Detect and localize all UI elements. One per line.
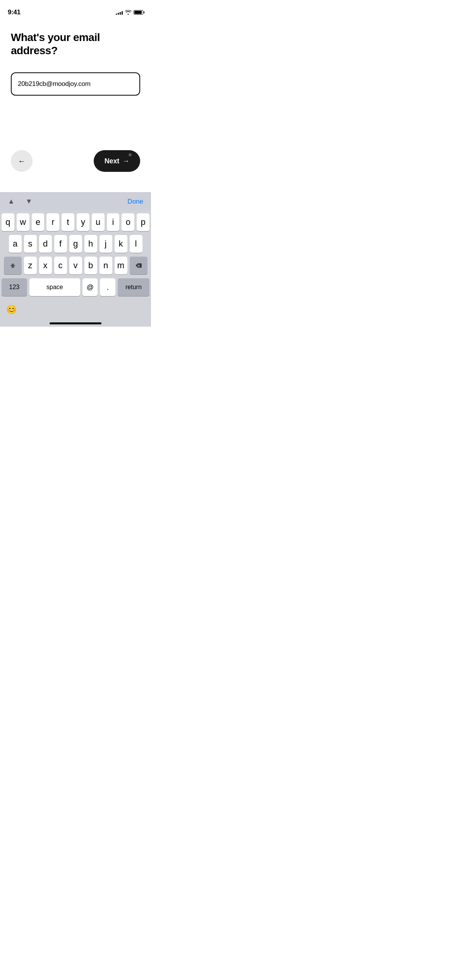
wifi-icon [125, 10, 131, 15]
key-l[interactable]: l [130, 235, 142, 253]
main-content: What's your email address? [0, 19, 151, 103]
key-row-1: q w e r t y u i o p [2, 213, 149, 231]
key-v[interactable]: v [69, 257, 82, 274]
key-z[interactable]: z [24, 257, 37, 274]
key-e[interactable]: e [32, 213, 45, 231]
back-arrow-icon: ← [18, 157, 26, 166]
next-button[interactable]: Next → [94, 150, 140, 172]
toolbar-nav: ▲ ▼ [6, 196, 34, 207]
chevron-down-icon: ▼ [26, 197, 33, 205]
return-key[interactable]: return [118, 278, 149, 296]
keyboard-done-button[interactable]: Done [126, 196, 145, 207]
keyboard-toolbar: ▲ ▼ Done [0, 192, 151, 210]
key-c[interactable]: c [54, 257, 67, 274]
back-button[interactable]: ← [11, 150, 33, 172]
next-arrow-icon: → [122, 157, 129, 165]
key-row-4: 123 space @ . return [2, 278, 149, 296]
key-i[interactable]: i [107, 213, 120, 231]
key-q[interactable]: q [2, 213, 14, 231]
next-button-label: Next [105, 157, 119, 165]
battery-icon [134, 10, 143, 15]
key-h[interactable]: h [84, 235, 97, 253]
email-input[interactable] [11, 72, 140, 96]
keyboard-prev-button[interactable]: ▲ [6, 196, 16, 207]
key-f[interactable]: f [54, 235, 67, 253]
shift-icon [9, 262, 16, 269]
key-s[interactable]: s [24, 235, 37, 253]
key-k[interactable]: k [115, 235, 127, 253]
key-j[interactable]: j [100, 235, 112, 253]
key-row-2: a s d f g h j k l [2, 235, 149, 253]
home-indicator [0, 322, 151, 327]
status-time: 9:41 [8, 9, 21, 16]
key-p[interactable]: p [137, 213, 149, 231]
key-t[interactable]: t [62, 213, 74, 231]
nav-buttons: ← Next → [0, 150, 151, 172]
home-bar [50, 322, 101, 324]
key-a[interactable]: a [9, 235, 22, 253]
delete-key[interactable] [130, 257, 148, 274]
key-x[interactable]: x [39, 257, 52, 274]
at-key[interactable]: @ [82, 278, 98, 296]
signal-icon [116, 10, 123, 15]
space-key[interactable]: space [29, 278, 80, 296]
numbers-key[interactable]: 123 [2, 278, 27, 296]
next-button-dot [129, 153, 132, 156]
delete-icon [135, 263, 142, 268]
key-w[interactable]: w [17, 213, 29, 231]
keyboard-next-button[interactable]: ▼ [24, 196, 34, 207]
key-g[interactable]: g [69, 235, 82, 253]
key-n[interactable]: n [100, 257, 112, 274]
emoji-button[interactable]: 😊 [6, 305, 17, 315]
status-bar: 9:41 [0, 0, 151, 19]
key-o[interactable]: o [122, 213, 134, 231]
key-b[interactable]: b [84, 257, 97, 274]
emoji-bar: 😊 [0, 302, 151, 322]
chevron-up-icon: ▲ [8, 197, 15, 205]
key-r[interactable]: r [46, 213, 59, 231]
shift-key[interactable] [4, 257, 22, 274]
key-m[interactable]: m [115, 257, 127, 274]
keyboard: ▲ ▼ Done q w e r t y u i o p a s d [0, 192, 151, 327]
page-title: What's your email address? [11, 31, 140, 57]
key-y[interactable]: y [77, 213, 89, 231]
emoji-icon: 😊 [6, 305, 17, 314]
status-icons [116, 10, 143, 15]
key-d[interactable]: d [39, 235, 52, 253]
key-u[interactable]: u [92, 213, 105, 231]
period-key[interactable]: . [100, 278, 115, 296]
keyboard-rows: q w e r t y u i o p a s d f g h j k l [0, 210, 151, 302]
key-row-3: z x c v b n m [2, 257, 149, 274]
